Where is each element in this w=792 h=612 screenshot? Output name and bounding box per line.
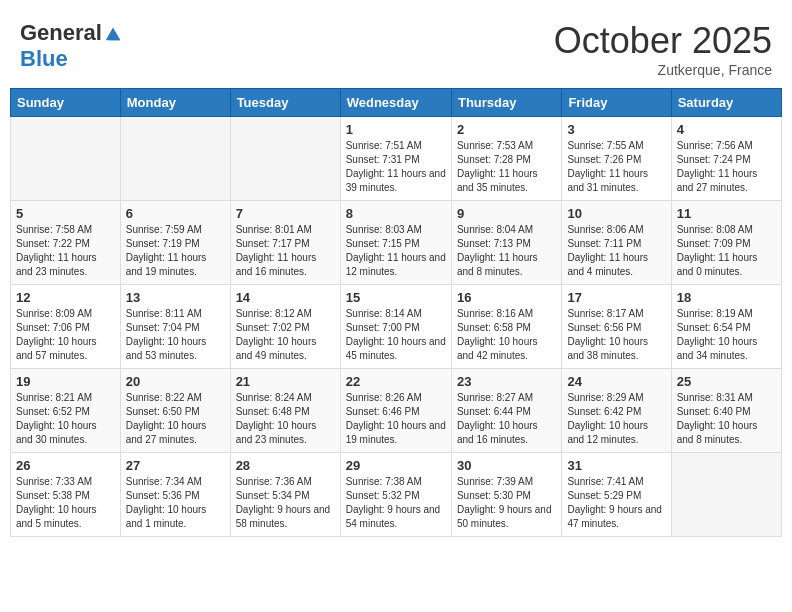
day-info: Sunrise: 7:33 AM Sunset: 5:38 PM Dayligh… <box>16 475 115 531</box>
calendar-cell: 16Sunrise: 8:16 AM Sunset: 6:58 PM Dayli… <box>451 285 561 369</box>
calendar-cell: 20Sunrise: 8:22 AM Sunset: 6:50 PM Dayli… <box>120 369 230 453</box>
calendar-cell: 22Sunrise: 8:26 AM Sunset: 6:46 PM Dayli… <box>340 369 451 453</box>
day-info: Sunrise: 8:08 AM Sunset: 7:09 PM Dayligh… <box>677 223 776 279</box>
day-info: Sunrise: 7:34 AM Sunset: 5:36 PM Dayligh… <box>126 475 225 531</box>
day-number: 9 <box>457 206 556 221</box>
day-number: 26 <box>16 458 115 473</box>
day-info: Sunrise: 8:27 AM Sunset: 6:44 PM Dayligh… <box>457 391 556 447</box>
day-info: Sunrise: 8:11 AM Sunset: 7:04 PM Dayligh… <box>126 307 225 363</box>
calendar-cell: 27Sunrise: 7:34 AM Sunset: 5:36 PM Dayli… <box>120 453 230 537</box>
day-number: 5 <box>16 206 115 221</box>
calendar-cell: 10Sunrise: 8:06 AM Sunset: 7:11 PM Dayli… <box>562 201 671 285</box>
day-info: Sunrise: 8:22 AM Sunset: 6:50 PM Dayligh… <box>126 391 225 447</box>
calendar-cell: 31Sunrise: 7:41 AM Sunset: 5:29 PM Dayli… <box>562 453 671 537</box>
day-number: 28 <box>236 458 335 473</box>
day-info: Sunrise: 8:14 AM Sunset: 7:00 PM Dayligh… <box>346 307 446 363</box>
day-info: Sunrise: 7:56 AM Sunset: 7:24 PM Dayligh… <box>677 139 776 195</box>
weekday-header-sunday: Sunday <box>11 89 121 117</box>
day-number: 14 <box>236 290 335 305</box>
day-info: Sunrise: 8:04 AM Sunset: 7:13 PM Dayligh… <box>457 223 556 279</box>
day-number: 10 <box>567 206 665 221</box>
logo-blue-text: Blue <box>20 46 68 72</box>
day-info: Sunrise: 8:24 AM Sunset: 6:48 PM Dayligh… <box>236 391 335 447</box>
day-info: Sunrise: 7:39 AM Sunset: 5:30 PM Dayligh… <box>457 475 556 531</box>
day-number: 7 <box>236 206 335 221</box>
day-number: 20 <box>126 374 225 389</box>
day-info: Sunrise: 8:09 AM Sunset: 7:06 PM Dayligh… <box>16 307 115 363</box>
calendar-cell: 4Sunrise: 7:56 AM Sunset: 7:24 PM Daylig… <box>671 117 781 201</box>
weekday-header-thursday: Thursday <box>451 89 561 117</box>
calendar-cell: 21Sunrise: 8:24 AM Sunset: 6:48 PM Dayli… <box>230 369 340 453</box>
calendar-week-row: 19Sunrise: 8:21 AM Sunset: 6:52 PM Dayli… <box>11 369 782 453</box>
day-number: 6 <box>126 206 225 221</box>
calendar-cell <box>671 453 781 537</box>
day-info: Sunrise: 7:41 AM Sunset: 5:29 PM Dayligh… <box>567 475 665 531</box>
calendar-cell: 9Sunrise: 8:04 AM Sunset: 7:13 PM Daylig… <box>451 201 561 285</box>
day-number: 2 <box>457 122 556 137</box>
page-header: General Blue October 2025 Zutkerque, Fra… <box>10 10 782 83</box>
calendar-week-row: 12Sunrise: 8:09 AM Sunset: 7:06 PM Dayli… <box>11 285 782 369</box>
calendar-cell: 7Sunrise: 8:01 AM Sunset: 7:17 PM Daylig… <box>230 201 340 285</box>
day-info: Sunrise: 8:06 AM Sunset: 7:11 PM Dayligh… <box>567 223 665 279</box>
calendar-cell: 13Sunrise: 8:11 AM Sunset: 7:04 PM Dayli… <box>120 285 230 369</box>
calendar-cell: 12Sunrise: 8:09 AM Sunset: 7:06 PM Dayli… <box>11 285 121 369</box>
calendar-cell: 17Sunrise: 8:17 AM Sunset: 6:56 PM Dayli… <box>562 285 671 369</box>
calendar-cell <box>120 117 230 201</box>
weekday-header-tuesday: Tuesday <box>230 89 340 117</box>
day-number: 1 <box>346 122 446 137</box>
calendar-week-row: 1Sunrise: 7:51 AM Sunset: 7:31 PM Daylig… <box>11 117 782 201</box>
calendar-cell: 5Sunrise: 7:58 AM Sunset: 7:22 PM Daylig… <box>11 201 121 285</box>
day-info: Sunrise: 8:03 AM Sunset: 7:15 PM Dayligh… <box>346 223 446 279</box>
day-number: 15 <box>346 290 446 305</box>
calendar-cell: 2Sunrise: 7:53 AM Sunset: 7:28 PM Daylig… <box>451 117 561 201</box>
day-number: 11 <box>677 206 776 221</box>
calendar-cell: 23Sunrise: 8:27 AM Sunset: 6:44 PM Dayli… <box>451 369 561 453</box>
day-info: Sunrise: 7:59 AM Sunset: 7:19 PM Dayligh… <box>126 223 225 279</box>
calendar-cell: 6Sunrise: 7:59 AM Sunset: 7:19 PM Daylig… <box>120 201 230 285</box>
weekday-header-friday: Friday <box>562 89 671 117</box>
day-info: Sunrise: 7:51 AM Sunset: 7:31 PM Dayligh… <box>346 139 446 195</box>
calendar-table: SundayMondayTuesdayWednesdayThursdayFrid… <box>10 88 782 537</box>
calendar-cell: 8Sunrise: 8:03 AM Sunset: 7:15 PM Daylig… <box>340 201 451 285</box>
day-info: Sunrise: 7:53 AM Sunset: 7:28 PM Dayligh… <box>457 139 556 195</box>
title-section: October 2025 Zutkerque, France <box>554 20 772 78</box>
day-info: Sunrise: 7:38 AM Sunset: 5:32 PM Dayligh… <box>346 475 446 531</box>
day-info: Sunrise: 8:26 AM Sunset: 6:46 PM Dayligh… <box>346 391 446 447</box>
day-number: 21 <box>236 374 335 389</box>
logo-general-text: General <box>20 20 102 46</box>
weekday-header-monday: Monday <box>120 89 230 117</box>
day-number: 16 <box>457 290 556 305</box>
day-info: Sunrise: 7:36 AM Sunset: 5:34 PM Dayligh… <box>236 475 335 531</box>
day-number: 19 <box>16 374 115 389</box>
weekday-header-wednesday: Wednesday <box>340 89 451 117</box>
day-info: Sunrise: 8:21 AM Sunset: 6:52 PM Dayligh… <box>16 391 115 447</box>
calendar-week-row: 26Sunrise: 7:33 AM Sunset: 5:38 PM Dayli… <box>11 453 782 537</box>
day-number: 22 <box>346 374 446 389</box>
calendar-cell: 24Sunrise: 8:29 AM Sunset: 6:42 PM Dayli… <box>562 369 671 453</box>
location: Zutkerque, France <box>554 62 772 78</box>
day-info: Sunrise: 8:12 AM Sunset: 7:02 PM Dayligh… <box>236 307 335 363</box>
calendar-cell: 19Sunrise: 8:21 AM Sunset: 6:52 PM Dayli… <box>11 369 121 453</box>
calendar-cell <box>230 117 340 201</box>
day-info: Sunrise: 8:16 AM Sunset: 6:58 PM Dayligh… <box>457 307 556 363</box>
day-number: 27 <box>126 458 225 473</box>
day-info: Sunrise: 8:31 AM Sunset: 6:40 PM Dayligh… <box>677 391 776 447</box>
calendar-cell: 11Sunrise: 8:08 AM Sunset: 7:09 PM Dayli… <box>671 201 781 285</box>
month-title: October 2025 <box>554 20 772 62</box>
calendar-cell: 26Sunrise: 7:33 AM Sunset: 5:38 PM Dayli… <box>11 453 121 537</box>
day-info: Sunrise: 8:29 AM Sunset: 6:42 PM Dayligh… <box>567 391 665 447</box>
day-info: Sunrise: 7:58 AM Sunset: 7:22 PM Dayligh… <box>16 223 115 279</box>
logo: General Blue <box>20 20 122 72</box>
calendar-cell: 28Sunrise: 7:36 AM Sunset: 5:34 PM Dayli… <box>230 453 340 537</box>
day-number: 30 <box>457 458 556 473</box>
day-number: 24 <box>567 374 665 389</box>
day-number: 4 <box>677 122 776 137</box>
calendar-cell: 29Sunrise: 7:38 AM Sunset: 5:32 PM Dayli… <box>340 453 451 537</box>
day-number: 12 <box>16 290 115 305</box>
day-number: 23 <box>457 374 556 389</box>
day-number: 8 <box>346 206 446 221</box>
day-number: 3 <box>567 122 665 137</box>
day-number: 25 <box>677 374 776 389</box>
day-number: 17 <box>567 290 665 305</box>
weekday-header-row: SundayMondayTuesdayWednesdayThursdayFrid… <box>11 89 782 117</box>
